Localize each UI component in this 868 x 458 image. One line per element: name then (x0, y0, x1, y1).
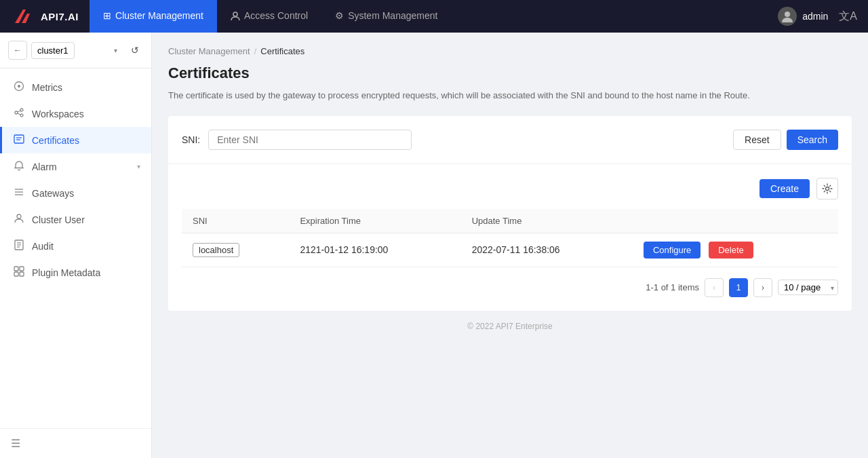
cluster-management-icon: ⊞ (103, 10, 111, 21)
svg-point-8 (18, 85, 20, 88)
nav-tab-system-management[interactable]: ⚙ System Management (321, 0, 451, 33)
pagination: 1-1 of 1 items ‹ 1 › 10 / page (182, 278, 838, 297)
language-switcher[interactable]: 文A (839, 9, 857, 24)
svg-point-10 (20, 109, 23, 111)
certificates-table: SNI Expiration Time Update Time localhos… (182, 209, 838, 267)
sidebar-item-workspaces[interactable]: Workspaces (0, 100, 151, 127)
user-menu[interactable]: admin (778, 7, 828, 26)
reset-button[interactable]: Reset (733, 130, 781, 150)
pagination-next[interactable]: › (753, 278, 772, 297)
sni-badge: localhost (193, 243, 239, 257)
top-navigation: API7.AI API7.AI ⊞ Cluster Management Acc… (0, 0, 868, 33)
svg-rect-26 (20, 267, 24, 271)
cluster-user-icon (13, 213, 25, 226)
breadcrumb: Cluster Management / Certificates (168, 46, 852, 56)
sidebar-item-cluster-user-label: Cluster User (32, 214, 140, 225)
nav-tab-access-control[interactable]: Access Control (217, 0, 321, 33)
cluster-select-wrapper: cluster1 (31, 42, 123, 59)
svg-point-20 (17, 214, 21, 218)
alarm-icon (13, 160, 25, 173)
breadcrumb-cluster-management[interactable]: Cluster Management (168, 46, 250, 56)
nav-tab-system-management-label: System Management (348, 10, 437, 21)
plugin-metadata-icon (13, 266, 25, 279)
access-control-icon (231, 10, 240, 21)
svg-rect-0 (11, 4, 35, 28)
sidebar-item-certificates[interactable]: Certificates (0, 127, 151, 153)
cell-sni: localhost (182, 233, 289, 267)
sidebar-item-metrics[interactable]: Metrics (0, 74, 151, 100)
sidebar: ← cluster1 ↺ Metrics (0, 33, 152, 458)
footer-text: © 2022 API7 Enterprise (467, 322, 553, 331)
cell-expiration-time: 2121-01-12 16:19:00 (289, 233, 460, 267)
table-settings-button[interactable] (816, 178, 838, 199)
svg-rect-28 (20, 272, 24, 276)
sidebar-item-plugin-metadata-label: Plugin Metadata (32, 267, 140, 278)
sidebar-item-audit[interactable]: Audit (0, 233, 151, 259)
svg-point-29 (826, 187, 829, 190)
content-area: Cluster Management / Certificates Certif… (152, 33, 868, 458)
svg-line-12 (18, 111, 20, 112)
sidebar-item-alarm-label: Alarm (32, 161, 130, 172)
sidebar-item-gateways[interactable]: Gateways (0, 180, 151, 206)
page-title: Certificates (168, 64, 852, 82)
configure-button[interactable]: Configure (644, 242, 701, 259)
delete-button[interactable]: Delete (709, 242, 753, 259)
page-description: The certificate is used by the gateway t… (168, 89, 852, 102)
nav-tab-cluster-management-label: Cluster Management (115, 10, 203, 21)
pagination-info: 1-1 of 1 items (646, 282, 699, 292)
main-card: SNI: Reset Search Create (168, 116, 852, 311)
sidebar-item-gateways-label: Gateways (32, 188, 140, 199)
breadcrumb-current: Certificates (260, 46, 304, 56)
search-bar: SNI: Reset Search (182, 130, 838, 150)
cell-actions: Configure Delete (633, 233, 838, 267)
refresh-button[interactable]: ↺ (127, 42, 143, 58)
table-row: localhost 2121-01-12 16:19:00 2022-07-11… (182, 233, 838, 267)
pagination-prev[interactable]: ‹ (705, 278, 724, 297)
per-page-select[interactable]: 10 / page (778, 280, 838, 295)
sidebar-item-cluster-user[interactable]: Cluster User (0, 206, 151, 233)
sni-label: SNI: (182, 134, 200, 145)
sidebar-item-alarm[interactable]: Alarm ▾ (0, 153, 151, 180)
cell-update-time: 2022-07-11 16:38:06 (461, 233, 633, 267)
app-name: API7.AI (41, 11, 79, 22)
sidebar-item-audit-label: Audit (32, 241, 140, 252)
sidebar-menu: Metrics Workspaces (0, 69, 151, 428)
alarm-expand-icon: ▾ (137, 163, 140, 170)
footer: © 2022 API7 Enterprise (168, 311, 852, 342)
col-actions (633, 209, 838, 233)
col-sni: SNI (182, 209, 289, 233)
search-button[interactable]: Search (787, 130, 838, 150)
nav-tab-cluster-management[interactable]: ⊞ Cluster Management (90, 0, 217, 33)
certificates-icon (13, 134, 25, 147)
search-actions: Reset Search (733, 130, 838, 150)
create-button[interactable]: Create (760, 179, 810, 198)
hamburger-icon[interactable]: ☰ (11, 438, 20, 449)
col-update-time: Update Time (461, 209, 633, 233)
table-body: localhost 2121-01-12 16:19:00 2022-07-11… (182, 233, 838, 267)
svg-rect-25 (14, 267, 18, 271)
system-management-icon: ⚙ (335, 10, 344, 21)
audit-icon (13, 240, 25, 252)
svg-line-13 (18, 113, 20, 115)
username-label: admin (802, 11, 828, 22)
pagination-page-1[interactable]: 1 (729, 278, 748, 297)
svg-rect-14 (14, 135, 24, 143)
section-divider (168, 164, 852, 164)
table-toolbar: Create (182, 178, 838, 199)
svg-point-6 (785, 12, 790, 17)
user-avatar (778, 7, 797, 26)
breadcrumb-separator: / (254, 46, 257, 56)
sni-input[interactable] (208, 130, 412, 150)
col-expiration-time: Expiration Time (289, 209, 460, 233)
app-logo: API7.AI (11, 4, 35, 28)
nav-right-area: admin 文A (778, 7, 857, 26)
logo-area: API7.AI API7.AI (11, 4, 79, 28)
svg-rect-27 (14, 272, 18, 276)
per-page-wrapper: 10 / page (778, 280, 838, 295)
back-button[interactable]: ← (8, 41, 27, 60)
nav-tab-access-control-label: Access Control (244, 10, 308, 21)
cluster-select[interactable]: cluster1 (31, 42, 75, 59)
workspaces-icon (13, 107, 25, 120)
svg-point-9 (15, 111, 18, 114)
sidebar-item-plugin-metadata[interactable]: Plugin Metadata (0, 259, 151, 286)
